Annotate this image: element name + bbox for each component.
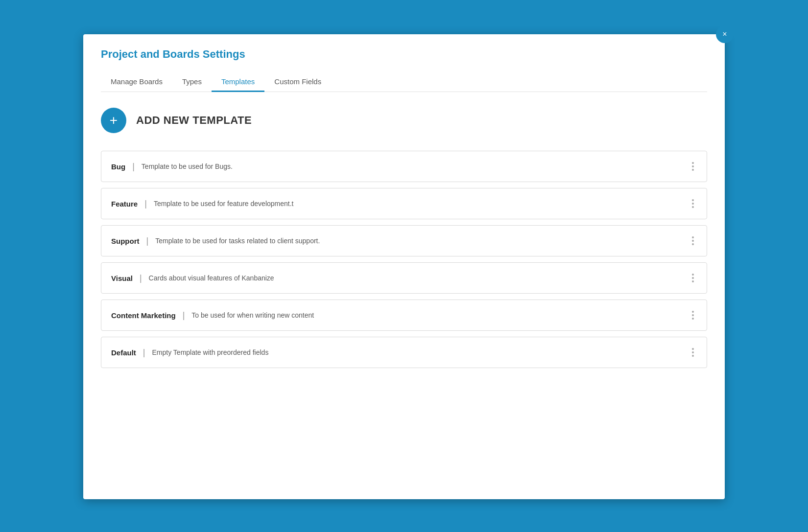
dot-1 <box>692 162 694 164</box>
tab-manage-boards[interactable]: Manage Boards <box>101 72 172 92</box>
template-name: Feature <box>111 200 138 208</box>
dot-2 <box>692 277 694 279</box>
template-divider: | <box>143 347 145 358</box>
modal-title: Project and Boards Settings <box>101 48 707 61</box>
template-left: Visual | Cards about visual features of … <box>111 273 274 283</box>
tab-types[interactable]: Types <box>172 72 212 92</box>
modal-dialog: × Project and Boards Settings Manage Boa… <box>83 34 725 499</box>
template-row[interactable]: Bug | Template to be used for Bugs. <box>101 151 707 182</box>
template-row[interactable]: Content Marketing | To be used for when … <box>101 300 707 331</box>
add-new-label: ADD NEW TEMPLATE <box>136 114 252 127</box>
dot-2 <box>692 165 694 167</box>
template-menu-button[interactable] <box>689 346 697 359</box>
template-name: Support <box>111 237 140 245</box>
template-divider: | <box>144 199 147 209</box>
template-left: Bug | Template to be used for Bugs. <box>111 162 233 172</box>
template-menu-button[interactable] <box>689 197 697 210</box>
template-divider: | <box>146 236 149 246</box>
template-description: To be used for when writing new content <box>191 311 314 319</box>
dot-3 <box>692 318 694 320</box>
template-menu-button[interactable] <box>689 234 697 247</box>
template-name: Bug <box>111 162 125 171</box>
dot-2 <box>692 203 694 205</box>
dot-1 <box>692 274 694 276</box>
modal-header: Project and Boards Settings Manage Board… <box>83 34 725 92</box>
dot-3 <box>692 206 694 208</box>
dot-1 <box>692 311 694 313</box>
dot-3 <box>692 169 694 171</box>
modal-body: + ADD NEW TEMPLATE Bug | Template to be … <box>83 92 725 384</box>
dot-1 <box>692 348 694 350</box>
tab-custom-fields[interactable]: Custom Fields <box>264 72 331 92</box>
dot-1 <box>692 199 694 201</box>
dot-2 <box>692 314 694 316</box>
dot-3 <box>692 280 694 282</box>
template-left: Default | Empty Template with preordered… <box>111 347 268 358</box>
plus-icon: + <box>110 113 118 128</box>
add-template-button[interactable]: + <box>101 108 126 133</box>
template-row[interactable]: Default | Empty Template with preordered… <box>101 337 707 368</box>
template-name: Visual <box>111 274 133 282</box>
template-row[interactable]: Visual | Cards about visual features of … <box>101 262 707 294</box>
tab-templates[interactable]: Templates <box>212 72 264 92</box>
template-menu-button[interactable] <box>689 309 697 322</box>
template-divider: | <box>140 273 142 283</box>
template-row[interactable]: Support | Template to be used for tasks … <box>101 225 707 256</box>
template-description: Template to be used for Bugs. <box>142 162 233 170</box>
page-background: × Project and Boards Settings Manage Boa… <box>71 10 737 524</box>
template-description: Template to be used for tasks related to… <box>155 237 320 245</box>
template-description: Empty Template with preordered fields <box>152 348 269 356</box>
dot-2 <box>692 351 694 353</box>
dot-2 <box>692 240 694 242</box>
tab-bar: Manage Boards Types Templates Custom Fie… <box>101 72 707 92</box>
template-left: Support | Template to be used for tasks … <box>111 236 320 246</box>
dot-3 <box>692 355 694 357</box>
dot-1 <box>692 236 694 238</box>
template-divider: | <box>183 310 185 321</box>
template-name: Default <box>111 348 136 357</box>
template-left: Content Marketing | To be used for when … <box>111 310 314 321</box>
template-description: Template to be used for feature developm… <box>154 200 294 208</box>
add-new-section: + ADD NEW TEMPLATE <box>101 108 707 133</box>
template-menu-button[interactable] <box>689 160 697 173</box>
close-icon: × <box>722 30 727 39</box>
close-button[interactable]: × <box>716 25 734 43</box>
dot-3 <box>692 243 694 245</box>
template-description: Cards about visual features of Kanbanize <box>149 274 274 282</box>
template-left: Feature | Template to be used for featur… <box>111 199 294 209</box>
template-divider: | <box>132 162 135 172</box>
template-menu-button[interactable] <box>689 272 697 284</box>
template-name: Content Marketing <box>111 311 176 320</box>
template-list: Bug | Template to be used for Bugs. Feat… <box>101 151 707 368</box>
template-row[interactable]: Feature | Template to be used for featur… <box>101 188 707 219</box>
